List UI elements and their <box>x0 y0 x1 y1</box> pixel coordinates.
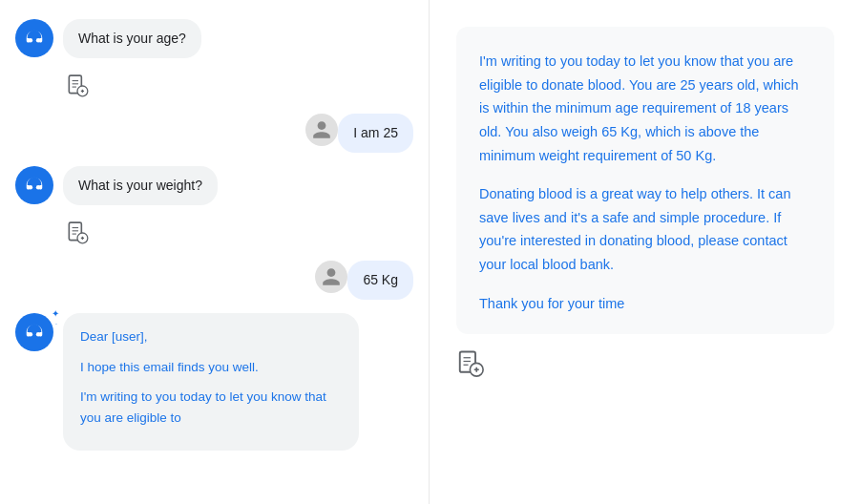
user-bubble-1: I am 25 <box>338 114 413 153</box>
email-panel: I'm writing to you today to let you know… <box>430 0 861 504</box>
person-icon-2 <box>321 266 342 287</box>
svg-point-19 <box>36 332 41 337</box>
email-line2: I'm writing to you today to let you know… <box>80 387 342 428</box>
chat-panel: What is your age? I am 25 <box>0 0 430 504</box>
headphones-icon-3 <box>24 322 45 343</box>
bot-email-bubble: Dear [user], I hope this email finds you… <box>63 313 359 451</box>
svg-point-1 <box>36 38 41 43</box>
bot-bubble-2: What is your weight? <box>63 166 218 205</box>
user-message-1: I am 25 <box>15 114 413 153</box>
bot-avatar-1 <box>15 19 53 57</box>
bot-message-1: What is your age? <box>15 19 413 58</box>
bot-bubble-1: What is your age? <box>63 19 201 58</box>
bot-message-2: What is your weight? <box>15 166 413 205</box>
headphones-icon-2 <box>24 175 45 196</box>
document-icon-1 <box>65 74 90 98</box>
headphones-icon <box>24 28 45 49</box>
bot-message-email: ✦ · Dear [user], I hope this email finds… <box>15 313 413 451</box>
user-avatar-2 <box>315 261 347 293</box>
doc-icon-1 <box>63 72 92 100</box>
user-bubble-2: 65 Kg <box>347 261 413 300</box>
svg-point-9 <box>29 185 33 190</box>
svg-point-18 <box>29 332 33 337</box>
email-document-icon <box>456 349 485 378</box>
email-doc-icon <box>456 349 834 378</box>
bot-avatar-email: ✦ · <box>15 313 53 351</box>
email-preview-box: I'm writing to you today to let you know… <box>456 27 834 334</box>
email-paragraph-2: Donating blood is a great way to help ot… <box>479 182 811 277</box>
svg-point-10 <box>36 185 41 190</box>
doc-icon-2 <box>63 219 92 247</box>
document-icon-2 <box>65 220 90 245</box>
user-avatar-1 <box>305 114 338 146</box>
email-paragraph-1: I'm writing to you today to let you know… <box>479 50 811 167</box>
doc-icon-row-1 <box>63 72 413 100</box>
doc-icon-row-2 <box>63 219 413 247</box>
svg-point-0 <box>29 38 33 43</box>
email-salutation: Dear [user], <box>80 326 342 347</box>
bot-avatar-2 <box>15 166 53 204</box>
person-icon-1 <box>311 119 332 140</box>
sparkle-indicator: ✦ · <box>52 309 59 327</box>
user-message-2: 65 Kg <box>15 261 413 300</box>
email-line1: I hope this email finds you well. <box>80 357 342 378</box>
email-closing: Thank you for your time <box>479 292 811 316</box>
